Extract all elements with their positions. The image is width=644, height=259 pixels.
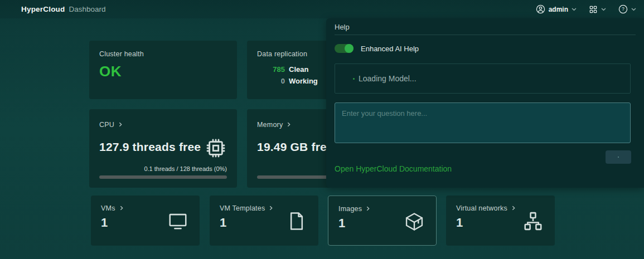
memory-free-headline: 19.49 GB free xyxy=(257,140,333,154)
chevron-right-icon xyxy=(269,204,273,212)
send-spinner-icon xyxy=(618,157,619,158)
vm-templates-card-link[interactable]: VM Templates xyxy=(220,204,273,212)
chevron-down-icon xyxy=(631,8,636,11)
cpu-progress-bar xyxy=(99,175,227,179)
model-status-box: Loading Model... xyxy=(335,63,631,94)
chevron-right-icon xyxy=(366,205,370,213)
help-panel: Help Enhanced AI Help Loading Model... O… xyxy=(326,18,644,188)
model-status-text: Loading Model... xyxy=(359,74,417,83)
clean-count: 785 xyxy=(257,65,285,74)
cluster-health-status: OK xyxy=(99,63,122,80)
monitor-icon xyxy=(167,211,188,234)
virtual-networks-card: Virtual networks 1 xyxy=(446,196,555,246)
vms-card: VMs 1 xyxy=(91,196,200,246)
cpu-chip-icon xyxy=(205,137,227,162)
vms-card-link[interactable]: VMs xyxy=(101,204,124,212)
package-box-icon xyxy=(404,211,425,234)
help-icon: ? xyxy=(618,4,628,14)
documentation-link[interactable]: Open HyperCloud Documentation xyxy=(335,164,452,173)
virtual-networks-count: 1 xyxy=(456,216,463,230)
data-replication-label: Data replication xyxy=(257,50,307,58)
help-menu[interactable]: ? xyxy=(618,4,636,14)
vm-templates-card: VM Templates 1 xyxy=(210,196,318,246)
cluster-health-label: Cluster health xyxy=(99,50,144,58)
user-icon xyxy=(536,4,545,14)
brand-logo: HyperCloud xyxy=(21,5,65,13)
chevron-right-icon xyxy=(511,204,516,212)
cpu-card: CPU 127.9 threads free 0.1 threads / 128… xyxy=(89,109,237,188)
replication-clean-row: 785 Clean xyxy=(257,65,318,74)
images-card-link[interactable]: Images xyxy=(338,205,370,213)
apps-grid-icon xyxy=(589,5,598,14)
vms-count: 1 xyxy=(101,216,108,230)
apps-menu[interactable] xyxy=(589,5,606,14)
question-input[interactable] xyxy=(335,102,631,143)
clean-label: Clean xyxy=(289,65,308,74)
chevron-right-icon xyxy=(118,121,123,129)
document-icon xyxy=(286,211,307,234)
hypercloud-dashboard: HyperCloud Dashboard admin xyxy=(0,0,644,259)
replication-working-row: 0 Working xyxy=(257,77,318,85)
ai-help-toggle-row: Enhanced AI Help xyxy=(335,44,419,53)
vm-templates-count: 1 xyxy=(220,216,226,230)
working-label: Working xyxy=(289,77,318,85)
page-title: Dashboard xyxy=(69,5,106,13)
images-count: 1 xyxy=(338,216,345,231)
enhanced-ai-toggle-label: Enhanced AI Help xyxy=(361,45,419,53)
user-menu-label: admin xyxy=(549,6,568,13)
memory-card-link[interactable]: Memory xyxy=(257,121,291,129)
toggle-knob xyxy=(345,44,354,53)
virtual-networks-card-link[interactable]: Virtual networks xyxy=(456,204,516,212)
topbar: HyperCloud Dashboard admin xyxy=(0,0,644,18)
data-replication-rows: 785 Clean 0 Working xyxy=(257,65,318,85)
user-menu[interactable]: admin xyxy=(536,4,577,14)
topbar-menus: admin xyxy=(524,4,636,14)
cpu-free-headline: 127.9 threads free xyxy=(99,140,201,154)
loading-spinner-icon xyxy=(353,78,355,80)
network-tree-icon xyxy=(522,211,544,234)
send-button[interactable] xyxy=(606,150,631,164)
working-count: 0 xyxy=(257,77,285,85)
cpu-card-link[interactable]: CPU xyxy=(99,121,123,129)
enhanced-ai-toggle[interactable] xyxy=(335,44,354,53)
chevron-right-icon xyxy=(287,121,291,129)
chevron-right-icon xyxy=(119,204,124,212)
chevron-down-icon xyxy=(601,8,606,11)
help-panel-divider xyxy=(335,35,636,35)
help-panel-title: Help xyxy=(335,23,350,31)
cpu-usage-text: 0.1 threads / 128 threads (0%) xyxy=(144,165,227,172)
images-card[interactable]: Images 1 xyxy=(328,196,437,246)
svg-text:?: ? xyxy=(622,7,624,12)
chevron-down-icon xyxy=(572,8,577,11)
cluster-health-card: Cluster health OK xyxy=(89,41,237,99)
